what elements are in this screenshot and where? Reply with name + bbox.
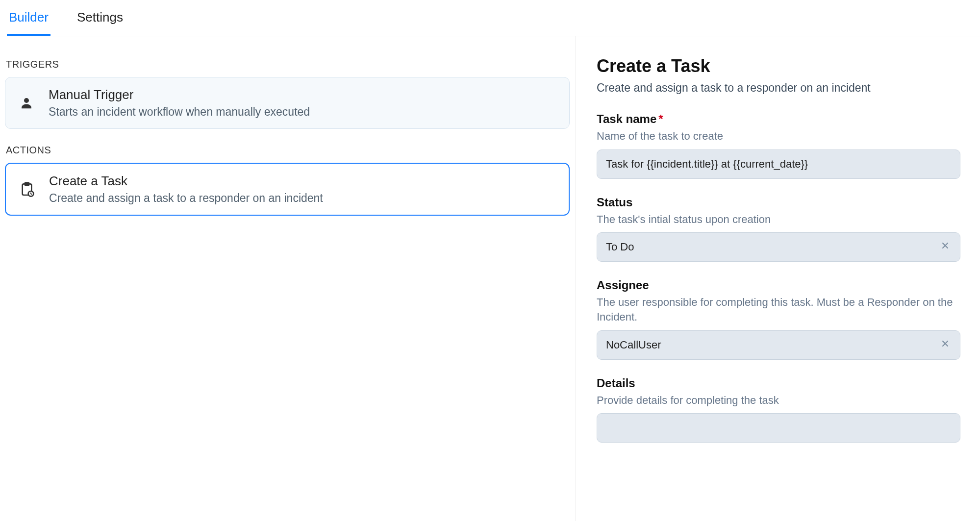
details-input[interactable] [597, 413, 960, 443]
svg-rect-2 [25, 183, 29, 185]
svg-point-0 [24, 98, 29, 103]
person-icon [18, 96, 35, 110]
required-asterisk: * [658, 112, 663, 125]
task-name-label: Task name* [597, 112, 960, 126]
config-panel: Create a Task Create and assign a task t… [576, 36, 980, 521]
field-status: Status The task's intial status upon cre… [597, 196, 960, 262]
trigger-card[interactable]: Manual Trigger Starts an incident workfl… [5, 77, 570, 129]
task-name-input[interactable] [606, 158, 951, 171]
details-help: Provide details for completing the task [597, 393, 960, 408]
actions-label: ACTIONS [6, 145, 570, 156]
tab-builder[interactable]: Builder [7, 4, 50, 36]
status-label: Status [597, 196, 960, 209]
status-clear-icon[interactable] [939, 241, 951, 253]
trigger-title: Manual Trigger [49, 87, 310, 102]
assignee-label: Assignee [597, 278, 960, 292]
status-help: The task's intial status upon creation [597, 212, 960, 227]
task-name-label-text: Task name [597, 112, 656, 125]
action-title: Create a Task [49, 174, 323, 189]
status-value: To Do [606, 241, 634, 253]
field-task-name: Task name* Name of the task to create [597, 112, 960, 179]
assignee-select[interactable]: NoCallUser [597, 330, 960, 360]
assignee-help: The user responsible for completing this… [597, 295, 960, 324]
status-select[interactable]: To Do [597, 232, 960, 262]
workflow-steps: TRIGGERS Manual Trigger Starts an incide… [0, 36, 576, 521]
tab-settings[interactable]: Settings [75, 4, 125, 36]
action-sub: Create and assign a task to a responder … [49, 192, 323, 205]
details-label: Details [597, 376, 960, 390]
assignee-value: NoCallUser [606, 339, 661, 351]
trigger-sub: Starts an incident workflow when manuall… [49, 105, 310, 119]
task-name-input-wrap [597, 149, 960, 179]
assignee-clear-icon[interactable] [939, 339, 951, 351]
clipboard-clock-icon [19, 181, 35, 197]
action-card-create-task[interactable]: Create a Task Create and assign a task t… [5, 163, 570, 216]
field-details: Details Provide details for completing t… [597, 376, 960, 443]
tabs: Builder Settings [0, 0, 980, 36]
field-assignee: Assignee The user responsible for comple… [597, 278, 960, 359]
task-name-help: Name of the task to create [597, 129, 960, 144]
triggers-label: TRIGGERS [6, 59, 570, 70]
panel-title: Create a Task [597, 56, 960, 76]
panel-sub: Create and assign a task to a responder … [597, 81, 960, 95]
